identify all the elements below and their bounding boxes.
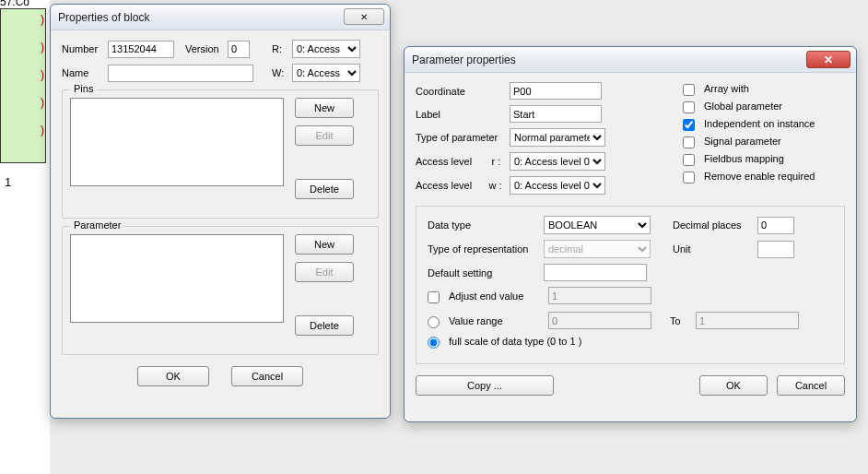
editor-canvas: ) ) ) ) ) 57:Co 1 bbox=[0, 0, 50, 474]
canvas-one: 1 bbox=[5, 175, 11, 189]
access-w-select[interactable]: 0: Access level 0 bbox=[510, 176, 605, 195]
default-setting-label: Default setting bbox=[428, 267, 538, 278]
w-label: W: bbox=[272, 67, 287, 78]
datatype-group: Data type BOOLEAN Decimal places Type of… bbox=[416, 206, 845, 364]
array-with-label: Array with bbox=[704, 83, 749, 94]
name-label: Name bbox=[62, 67, 102, 78]
value-range-hi-input bbox=[696, 312, 799, 329]
data-type-select[interactable]: BOOLEAN bbox=[544, 216, 651, 234]
adjust-end-value-input bbox=[548, 287, 651, 304]
fieldbus-checkbox[interactable] bbox=[683, 154, 695, 166]
cancel-button[interactable]: Cancel bbox=[777, 375, 845, 396]
w-access-select[interactable]: 0: Access bbox=[292, 64, 360, 82]
param-edit-button[interactable]: Edit bbox=[295, 262, 354, 282]
r-access-select[interactable]: 0: Access bbox=[292, 40, 360, 58]
full-scale-label: full scale of data type (0 to 1 ) bbox=[449, 336, 581, 347]
r-label: R: bbox=[272, 43, 287, 54]
global-parameter-checkbox[interactable] bbox=[683, 101, 695, 113]
copy-button[interactable]: Copy ... bbox=[416, 375, 554, 396]
pin: ) bbox=[41, 68, 44, 81]
fb-block: ) ) ) ) ) bbox=[0, 8, 46, 163]
value-range-lo-input bbox=[548, 312, 651, 329]
value-range-label: Value range bbox=[449, 315, 543, 326]
representation-select: decimal bbox=[544, 240, 651, 258]
remove-enable-label: Remove enable required bbox=[704, 171, 815, 182]
version-input[interactable] bbox=[228, 41, 250, 58]
access-r-label: Access level r : bbox=[416, 156, 504, 167]
dialog-title: Properties of block bbox=[58, 11, 149, 24]
parameter-list[interactable] bbox=[70, 234, 284, 323]
ok-button[interactable]: OK bbox=[137, 366, 209, 386]
pin: ) bbox=[41, 124, 44, 136]
pin: ) bbox=[41, 13, 44, 26]
properties-of-block-dialog: Properties of block ✕ Number Version R: … bbox=[50, 4, 391, 419]
titlebar[interactable]: Properties of block ✕ bbox=[51, 5, 390, 30]
coordinate-label: Coordinate bbox=[416, 86, 504, 97]
close-button[interactable]: ✕ bbox=[806, 51, 850, 68]
pins-new-button[interactable]: New bbox=[295, 98, 354, 118]
pins-group: Pins New Edit Delete bbox=[62, 89, 379, 219]
version-label: Version bbox=[185, 43, 222, 54]
pins-edit-button[interactable]: Edit bbox=[295, 125, 354, 146]
label-label: Label bbox=[416, 109, 504, 120]
cancel-button[interactable]: Cancel bbox=[231, 366, 303, 386]
ok-button[interactable]: OK bbox=[699, 375, 768, 396]
remove-enable-checkbox[interactable] bbox=[683, 172, 695, 184]
param-new-button[interactable]: New bbox=[295, 234, 354, 255]
close-icon: ✕ bbox=[360, 12, 368, 22]
type-of-parameter-select[interactable]: Normal parameter bbox=[510, 128, 605, 147]
adjust-end-value-label: Adjust end value bbox=[449, 290, 543, 302]
pins-delete-button[interactable]: Delete bbox=[295, 179, 354, 199]
access-w-label: Access level w : bbox=[416, 180, 504, 191]
value-range-radio[interactable] bbox=[428, 316, 440, 328]
param-delete-button[interactable]: Delete bbox=[295, 315, 354, 336]
signal-parameter-checkbox[interactable] bbox=[683, 136, 695, 148]
pins-legend: Pins bbox=[70, 83, 97, 94]
pins-list[interactable] bbox=[70, 98, 284, 186]
representation-label: Type of representation bbox=[428, 243, 538, 255]
name-input[interactable] bbox=[108, 65, 253, 82]
decimal-places-label: Decimal places bbox=[673, 219, 752, 231]
parameter-group: Parameter New Edit Delete bbox=[62, 226, 379, 355]
number-label: Number bbox=[62, 43, 102, 54]
type-of-parameter-label: Type of parameter bbox=[416, 132, 504, 143]
close-icon: ✕ bbox=[824, 53, 833, 66]
close-button[interactable]: ✕ bbox=[344, 8, 384, 25]
label-input[interactable] bbox=[510, 105, 602, 123]
dialog-title: Parameter properties bbox=[412, 53, 516, 66]
parameter-properties-dialog: Parameter properties ✕ Coordinate Label … bbox=[404, 46, 857, 422]
fieldbus-label: Fieldbus mapping bbox=[704, 153, 784, 164]
titlebar[interactable]: Parameter properties ✕ bbox=[405, 47, 856, 73]
adjust-end-value-checkbox[interactable] bbox=[428, 291, 440, 303]
block-id-label: 57:Co bbox=[0, 0, 50, 8]
unit-label: Unit bbox=[673, 243, 752, 255]
access-r-select[interactable]: 0: Access level 0 bbox=[510, 152, 605, 171]
independent-label: Independent on instance bbox=[704, 118, 815, 129]
global-parameter-label: Global parameter bbox=[704, 101, 782, 112]
array-with-checkbox[interactable] bbox=[683, 84, 695, 96]
number-input[interactable] bbox=[108, 41, 174, 58]
unit-input[interactable] bbox=[757, 241, 794, 258]
independent-checkbox[interactable] bbox=[683, 119, 695, 131]
default-setting-input[interactable] bbox=[544, 264, 647, 281]
signal-parameter-label: Signal parameter bbox=[704, 136, 781, 147]
data-type-label: Data type bbox=[428, 219, 538, 231]
coordinate-input[interactable] bbox=[510, 82, 602, 100]
pin: ) bbox=[41, 41, 44, 53]
parameter-legend: Parameter bbox=[70, 219, 124, 231]
to-label: To bbox=[670, 315, 690, 326]
pin: ) bbox=[41, 96, 44, 109]
decimal-places-input[interactable] bbox=[757, 217, 794, 234]
full-scale-radio[interactable] bbox=[428, 337, 440, 349]
